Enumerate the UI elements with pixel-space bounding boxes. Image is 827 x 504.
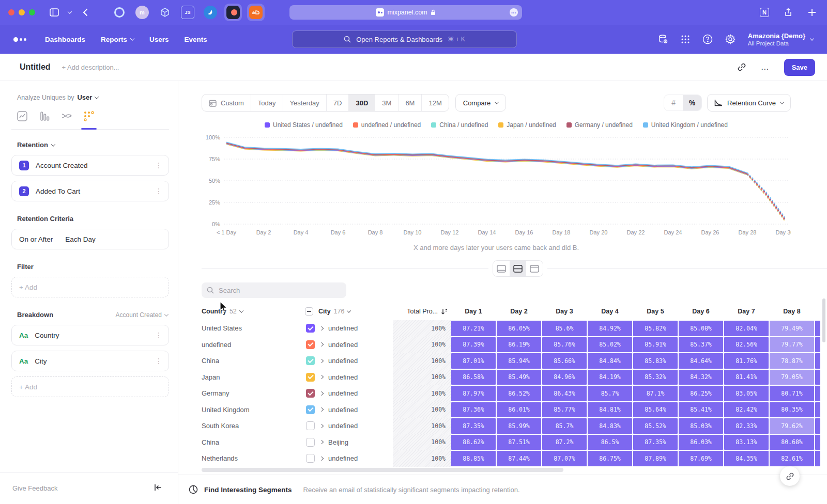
- row-checkbox[interactable]: [306, 389, 315, 398]
- retention-criteria-card[interactable]: On or After Each Day: [11, 229, 169, 249]
- row-checkbox[interactable]: [306, 324, 315, 333]
- help-icon[interactable]: [702, 34, 713, 44]
- tab-flows-icon[interactable]: [60, 109, 73, 123]
- kebab-menu-icon[interactable]: ⋮: [155, 164, 162, 167]
- pinned-tab-m-icon[interactable]: m: [133, 4, 151, 21]
- nav-item-events[interactable]: Events: [185, 36, 207, 43]
- date-range-12m[interactable]: 12M: [421, 94, 448, 111]
- row-checkbox[interactable]: [306, 340, 315, 349]
- window-close-button[interactable]: [8, 9, 14, 15]
- pinned-tab-soundcloud-icon[interactable]: [247, 4, 265, 21]
- date-range-7d[interactable]: 7D: [326, 94, 349, 111]
- date-range-yesterday[interactable]: Yesterday: [283, 94, 326, 111]
- expand-row-chevron-icon[interactable]: [319, 342, 324, 346]
- breakdown-event-dropdown[interactable]: Account Created: [116, 311, 169, 319]
- back-button[interactable]: [79, 6, 92, 19]
- sidebar-toggle-icon[interactable]: [48, 6, 61, 19]
- kebab-menu-icon[interactable]: ⋮: [155, 190, 162, 193]
- pinned-tab-patreon-icon[interactable]: [224, 4, 242, 21]
- day-column-header[interactable]: Day 5: [633, 308, 678, 315]
- find-segments-title[interactable]: Find Interesting Segments: [204, 486, 292, 494]
- breakdown-city[interactable]: Aa City ⋮: [11, 351, 169, 371]
- window-minimize-button[interactable]: [19, 9, 25, 15]
- floating-share-link-button[interactable]: [780, 466, 800, 486]
- horizontal-scrollbar[interactable]: [202, 468, 563, 472]
- collapse-sidebar-icon[interactable]: [154, 484, 162, 493]
- give-feedback-link[interactable]: Give Feedback: [12, 484, 57, 492]
- save-button[interactable]: Save: [784, 59, 815, 76]
- global-search[interactable]: Open Reports & Dashboards ⌘ + K: [292, 30, 517, 48]
- date-range-30d[interactable]: 30D: [348, 94, 375, 111]
- count-toggle-button[interactable]: #: [664, 95, 683, 111]
- data-management-icon[interactable]: [658, 34, 668, 44]
- window-zoom-button[interactable]: [29, 9, 35, 15]
- settings-gear-icon[interactable]: [725, 34, 736, 44]
- expand-row-chevron-icon[interactable]: [319, 424, 324, 428]
- row-checkbox[interactable]: [306, 373, 315, 382]
- report-title[interactable]: Untitled: [20, 62, 51, 72]
- project-switcher[interactable]: Amazonia {Demo} All Project Data: [748, 32, 814, 47]
- notion-extension-icon[interactable]: N: [758, 6, 771, 19]
- add-filter-button[interactable]: + Add: [11, 277, 169, 297]
- legend-item[interactable]: Japan / undefined: [498, 121, 556, 129]
- row-checkbox[interactable]: [306, 405, 315, 414]
- day-column-header[interactable]: Day 2: [496, 308, 542, 315]
- date-range-custom[interactable]: Custom: [202, 94, 251, 111]
- date-range-today[interactable]: Today: [251, 94, 283, 111]
- legend-item[interactable]: China / undefined: [431, 121, 488, 129]
- row-checkbox[interactable]: [306, 454, 315, 463]
- vertical-scrollbar[interactable]: [822, 298, 825, 342]
- expand-row-chevron-icon[interactable]: [319, 456, 324, 461]
- city-column-header[interactable]: City 176: [298, 307, 393, 316]
- day-column-header[interactable]: Day 4: [587, 308, 633, 315]
- kebab-menu-icon[interactable]: ⋮: [155, 334, 162, 337]
- day-column-header[interactable]: Day 7: [724, 308, 769, 315]
- legend-item[interactable]: undefined / undefined: [353, 121, 421, 129]
- chevron-down-icon[interactable]: [66, 6, 73, 19]
- chart-type-dropdown[interactable]: Retention Curve: [707, 94, 791, 112]
- expand-row-chevron-icon[interactable]: [319, 391, 324, 396]
- add-breakdown-button[interactable]: + Add: [11, 376, 169, 397]
- apps-grid-icon[interactable]: [681, 35, 690, 44]
- nav-item-users[interactable]: Users: [149, 36, 169, 43]
- row-checkbox[interactable]: [306, 421, 315, 430]
- expand-row-chevron-icon[interactable]: [319, 326, 324, 330]
- compare-button[interactable]: Compare: [455, 94, 506, 112]
- legend-item[interactable]: United Kingdom / undefined: [643, 121, 728, 129]
- retention-step-2[interactable]: 2 Added To Cart ⋮: [11, 181, 169, 201]
- date-range-3m[interactable]: 3M: [375, 94, 398, 111]
- criteria-interval[interactable]: Each Day: [65, 235, 96, 243]
- pinned-tab-bird-icon[interactable]: [202, 4, 219, 21]
- tab-funnels-icon[interactable]: [38, 109, 51, 123]
- retention-step-1[interactable]: 1 Account Created ⋮: [11, 155, 169, 176]
- pinned-tab-cube-icon[interactable]: [156, 4, 174, 21]
- country-column-header[interactable]: Country 52: [202, 308, 298, 315]
- day-column-header[interactable]: Day 6: [678, 308, 724, 315]
- day-column-header[interactable]: Day 8: [769, 308, 815, 315]
- pinned-tab-ring-icon[interactable]: [111, 4, 128, 21]
- nav-item-reports[interactable]: Reports: [101, 36, 134, 43]
- view-table-only-button[interactable]: [526, 261, 543, 276]
- pinned-tab-js-icon[interactable]: JS: [179, 4, 196, 21]
- expand-row-chevron-icon[interactable]: [319, 407, 324, 412]
- legend-item[interactable]: United States / undefined: [265, 121, 343, 129]
- expand-row-chevron-icon[interactable]: [319, 359, 324, 363]
- address-bar[interactable]: mixpanel.com •••: [289, 5, 522, 20]
- day-column-header[interactable]: Day 3: [542, 308, 587, 315]
- row-checkbox[interactable]: [306, 438, 315, 447]
- table-search-input[interactable]: [219, 287, 332, 294]
- view-split-button[interactable]: [510, 261, 526, 276]
- share-icon[interactable]: [782, 6, 795, 19]
- retention-section-header[interactable]: Retention: [17, 141, 169, 149]
- mixpanel-logo[interactable]: [13, 37, 26, 42]
- total-column-header[interactable]: Total Pro...: [393, 308, 451, 315]
- tab-insights-icon[interactable]: [16, 109, 29, 123]
- view-chart-only-button[interactable]: [493, 261, 510, 276]
- analyze-value-dropdown[interactable]: User: [77, 93, 92, 101]
- criteria-condition[interactable]: On or After: [19, 235, 53, 243]
- percent-toggle-button[interactable]: %: [683, 95, 701, 111]
- legend-item[interactable]: Germany / undefined: [566, 121, 633, 129]
- row-checkbox[interactable]: [306, 356, 315, 365]
- kebab-menu-icon[interactable]: ⋮: [155, 360, 162, 363]
- table-search[interactable]: [202, 282, 346, 298]
